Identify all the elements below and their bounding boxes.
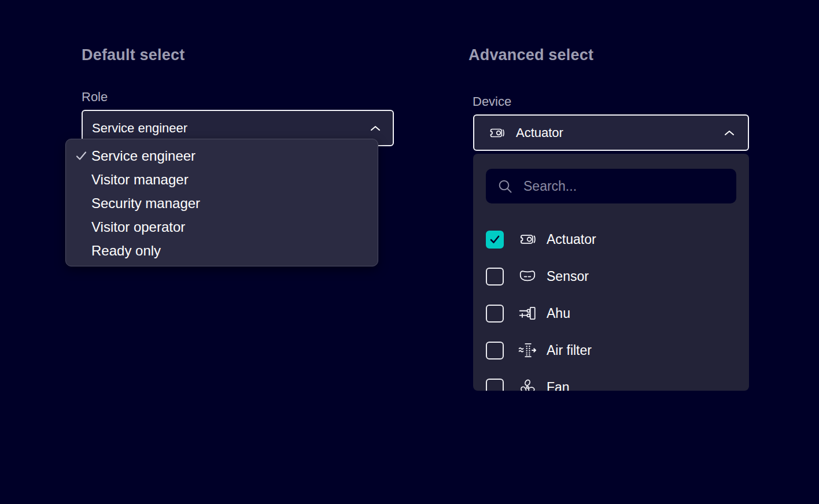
device-option-row[interactable]: Fan [486,369,736,391]
chevron-up-icon [370,125,381,132]
checkbox[interactable] [486,231,504,249]
device-option-label: Actuator [547,232,596,247]
check-icon [489,235,500,244]
device-option-row[interactable]: Actuator [486,221,736,258]
role-option[interactable]: Security manager [66,191,378,215]
device-search-input[interactable] [522,178,727,195]
fan-icon [518,377,537,391]
device-search[interactable] [486,169,736,203]
role-option[interactable]: Visitor operator [66,215,378,239]
device-option-row[interactable]: Ahu [486,295,736,332]
device-label: Device [473,94,511,109]
device-select[interactable]: Actuator [473,114,749,151]
device-options-list: Actuator Sensor [486,221,736,391]
ahu-icon [518,303,537,323]
checkbox[interactable] [486,379,504,391]
role-label: Role [82,90,108,105]
device-option-label: Fan [547,380,570,391]
checkbox[interactable] [486,342,504,360]
role-option-label: Ready only [91,243,161,259]
device-option-label: Sensor [547,269,589,284]
actuator-icon [518,229,537,249]
role-option-label: Service engineer [91,148,195,164]
device-select-value: Actuator [516,125,724,140]
device-option-row[interactable]: Air filter [486,332,736,369]
default-select-title: Default select [82,46,185,64]
actuator-icon [486,124,508,142]
device-option-row[interactable]: Sensor [486,258,736,295]
role-options-menu: Service engineer Visitor manager Securit… [65,139,378,266]
sensor-icon [518,266,537,286]
role-option-label: Visitor manager [91,172,189,188]
device-option-label: Ahu [547,306,570,321]
device-option-label: Air filter [547,343,592,358]
checkbox[interactable] [486,268,504,286]
air-filter-icon [518,340,537,360]
role-option[interactable]: Service engineer [66,144,378,168]
role-option-label: Security manager [91,195,200,212]
role-select-value: Service engineer [92,121,370,136]
check-icon [75,150,91,161]
advanced-select-title: Advanced select [468,46,593,64]
checkbox[interactable] [486,305,504,323]
role-option-label: Visitor operator [91,219,185,235]
role-option[interactable]: Visitor manager [66,168,378,191]
role-option[interactable]: Ready only [66,239,378,262]
search-icon [497,179,513,194]
chevron-up-icon [724,129,735,136]
device-dropdown-panel: Actuator Sensor [473,154,749,391]
